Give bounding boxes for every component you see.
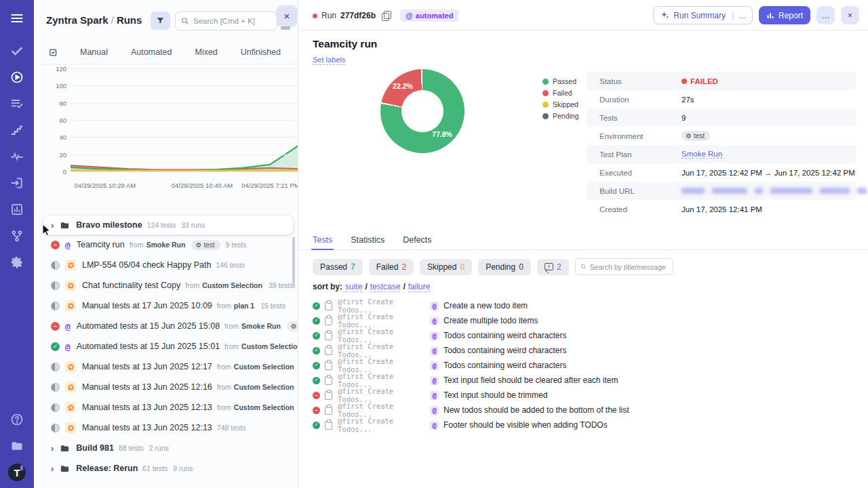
run-row[interactable]: Chat functinality test CopyfromCustom Se… xyxy=(34,275,298,296)
runs-tab-unfinished[interactable]: Unfinished xyxy=(229,47,292,57)
folder-icon[interactable] xyxy=(8,437,26,455)
runs-scrollbar[interactable] xyxy=(292,237,295,288)
select-all-icon[interactable] xyxy=(49,47,59,58)
test-row[interactable]: –@first Create Todos...@New todos should… xyxy=(313,403,629,418)
from-plan[interactable]: Custom Selection xyxy=(234,403,294,411)
run-summary-button[interactable]: Run Summary xyxy=(654,11,732,20)
list-check-icon[interactable] xyxy=(8,95,26,113)
run-summary-more-button[interactable]: … xyxy=(732,12,752,20)
run-row[interactable]: Manual tests at 13 Jun 2025 12:13748 tes… xyxy=(34,418,298,438)
help-icon[interactable] xyxy=(8,411,26,428)
comments-chip[interactable]: !2 xyxy=(537,259,569,275)
run-row[interactable]: ✓@Automated tests at 15 Jun 2025 15:01fr… xyxy=(34,336,298,357)
test-row[interactable]: ✓@first Create Todos...@Create multiple … xyxy=(313,313,629,328)
run-row[interactable]: LMP-554 05/04 check Happy Path146 tests xyxy=(34,255,298,275)
test-row[interactable]: ✓@first Create Todos...@Create a new tod… xyxy=(313,298,629,313)
from-label: from xyxy=(130,241,144,249)
run-row[interactable]: Manual tests at 17 Jun 2025 10:09frompla… xyxy=(34,296,298,316)
chevron-right-icon[interactable]: › xyxy=(51,443,54,453)
tab-defects[interactable]: Defects xyxy=(403,235,431,249)
automated-test-icon: @ xyxy=(430,406,439,415)
from-plan[interactable]: Custom Selection xyxy=(241,342,298,350)
automated-chip[interactable]: @automated xyxy=(400,9,458,22)
result-donut-chart: 22.2% 77.8% xyxy=(380,69,465,153)
copy-icon[interactable] xyxy=(382,11,391,20)
brand-logo[interactable]: T xyxy=(8,464,26,481)
play-circle-icon[interactable] xyxy=(8,68,26,86)
steps-icon[interactable] xyxy=(8,121,26,139)
run-title: Automated tests at 15 Jun 2025 15:08 xyxy=(77,321,220,331)
import-icon[interactable] xyxy=(8,174,26,192)
panel-close-button[interactable]: × xyxy=(277,5,297,26)
detail-value: Jun 17, 2025 12:41 PM xyxy=(682,205,762,214)
menu-icon[interactable] xyxy=(8,9,26,27)
automated-test-icon: @ xyxy=(430,421,439,430)
set-labels-link[interactable]: Set labels xyxy=(313,56,345,65)
test-title[interactable]: New todos should be added to the bottom … xyxy=(443,405,629,415)
run-row[interactable]: –@Teamcity runfromSmoke Run⚙ test9 tests xyxy=(34,235,298,255)
clipboard-icon xyxy=(325,406,332,415)
automated-run-icon: @ xyxy=(65,321,71,331)
runs-tab-manual[interactable]: Manual xyxy=(68,47,119,57)
pulse-icon[interactable] xyxy=(8,148,26,165)
test-title[interactable]: Footer should be visible when adding TOD… xyxy=(443,420,608,430)
test-row[interactable]: ✓@first Create Todos...@Todos containing… xyxy=(313,328,629,343)
automated-test-icon: @ xyxy=(430,302,439,310)
test-row[interactable]: ✓@first Create Todos...@Text input field… xyxy=(313,373,629,388)
close-run-button[interactable]: × xyxy=(841,6,859,24)
runs-tab-automated[interactable]: Automated xyxy=(119,47,183,57)
test-title[interactable]: Todos containing weird characters xyxy=(443,361,566,370)
tab-statistics[interactable]: Statistics xyxy=(351,235,384,249)
breadcrumb-project[interactable]: Zyntra Spark xyxy=(46,14,108,26)
filter-button[interactable] xyxy=(151,12,170,30)
from-plan[interactable]: Smoke Run xyxy=(146,241,186,249)
check-icon[interactable] xyxy=(8,42,26,60)
test-plan-link[interactable]: Smoke Run xyxy=(682,150,722,159)
chip-failed[interactable]: Failed2 xyxy=(369,259,414,275)
test-title[interactable]: Todos containing weird characters xyxy=(443,346,566,355)
branch-icon[interactable] xyxy=(8,227,26,245)
more-button[interactable]: … xyxy=(816,6,835,24)
tests-search-input[interactable] xyxy=(590,263,668,271)
report-button[interactable]: Report xyxy=(759,6,810,24)
runs-tab-groups[interactable]: Groups xyxy=(292,47,298,57)
chip-pending[interactable]: Pending0 xyxy=(478,259,531,275)
from-plan[interactable]: Custom Selection xyxy=(234,363,294,371)
from-plan[interactable]: Smoke Run xyxy=(241,322,281,330)
test-row[interactable]: –@first Create Todos...@Text input shoul… xyxy=(313,388,629,403)
from-plan[interactable]: Custom Selection xyxy=(234,383,294,391)
test-title[interactable]: Create a new todo item xyxy=(443,301,528,310)
folder-row[interactable]: ›Release: Rerun61 tests9 runs xyxy=(34,458,298,479)
gridline xyxy=(71,68,298,69)
run-row[interactable]: Manual tests at 13 Jun 2025 12:13fromCus… xyxy=(34,397,298,418)
test-title[interactable]: Todos containing weird characters xyxy=(443,331,566,340)
sort-link-failure[interactable]: failure xyxy=(408,282,431,292)
folder-icon xyxy=(60,220,70,230)
sort-link-suite[interactable]: suite xyxy=(345,282,362,292)
report-chart-icon[interactable] xyxy=(8,201,26,218)
run-row[interactable]: Manual tests at 13 Jun 2025 12:16fromCus… xyxy=(34,377,298,397)
chip-skipped[interactable]: Skipped0 xyxy=(420,259,472,275)
chevron-right-icon[interactable]: › xyxy=(51,464,54,474)
test-row[interactable]: ✓@first Create Todos...@Footer should be… xyxy=(313,418,629,432)
detail-value: Jun 17, 2025 12:42 PM → Jun 17, 2025 12:… xyxy=(682,169,855,177)
tab-tests[interactable]: Tests xyxy=(313,235,332,249)
run-row[interactable]: –@Automated tests at 15 Jun 2025 15:08fr… xyxy=(34,316,298,336)
passed-icon: ✓ xyxy=(51,342,60,351)
runs-tab-mixed[interactable]: Mixed xyxy=(183,47,229,57)
gear-icon[interactable] xyxy=(8,253,26,271)
sort-link-testcase[interactable]: testcase xyxy=(370,282,401,292)
folder-row[interactable]: ›Bravo milestone124 tests33 runs xyxy=(43,216,293,235)
test-row[interactable]: ✓@first Create Todos...@Todos containing… xyxy=(313,358,629,373)
breadcrumb-page[interactable]: Runs xyxy=(117,14,142,26)
runs-search-input[interactable] xyxy=(193,17,268,25)
test-row[interactable]: ✓@first Create Todos...@Todos containing… xyxy=(313,343,629,358)
chip-passed[interactable]: Passed7 xyxy=(313,259,363,275)
test-title[interactable]: Text input field should be cleared after… xyxy=(443,375,618,385)
test-title[interactable]: Create multiple todo items xyxy=(443,316,538,325)
test-title[interactable]: Text input should be trimmed xyxy=(443,390,547,400)
from-plan[interactable]: Custom Selection xyxy=(202,281,262,289)
from-plan[interactable]: plan 1 xyxy=(234,302,254,310)
run-row[interactable]: Manual tests at 13 Jun 2025 12:17fromCus… xyxy=(34,357,298,377)
folder-row[interactable]: ›Build 98188 tests2 runs xyxy=(34,438,298,458)
